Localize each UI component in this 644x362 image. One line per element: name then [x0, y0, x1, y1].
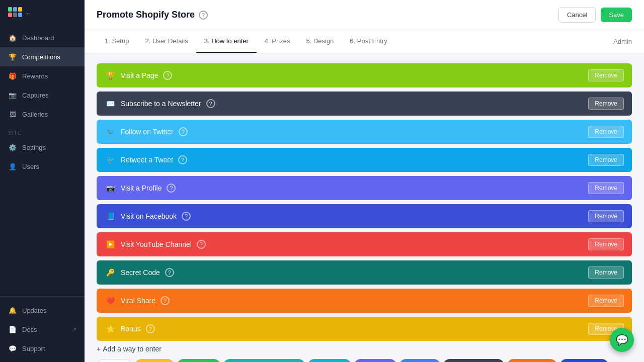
tab-prizes[interactable]: 4. Prizes	[257, 30, 298, 53]
sidebar-item-docs[interactable]: 📄 Docs ↗	[0, 320, 85, 339]
dashboard-icon: 🏠	[8, 33, 17, 42]
entry-help-icon[interactable]: ?	[179, 127, 188, 136]
entry-row-visit-facebook[interactable]: 📘 Visit on Facebook ? Remove	[97, 204, 632, 228]
tag-crypto-wallet[interactable]: 💎Crypto Wallet Address	[223, 359, 305, 362]
tab-post-entry[interactable]: 6. Post Entry	[342, 30, 395, 53]
remove-button[interactable]: Remove	[588, 295, 624, 307]
remove-button[interactable]: Remove	[588, 210, 624, 222]
entry-row-follow-twitter[interactable]: 🐦 Follow on Twitter ? Remove	[97, 120, 632, 144]
entry-help-icon[interactable]: ?	[182, 212, 191, 221]
sidebar-item-label: Galleries	[22, 111, 48, 118]
entry-row-label: 🔑 Secret Code ?	[105, 267, 174, 278]
entry-row-retweet[interactable]: 🐦 Retweet a Tweet ? Remove	[97, 148, 632, 172]
tag-eventbrite[interactable]: 🎟️Eventbrite	[507, 359, 556, 362]
entry-row-icon: ✉️	[105, 98, 116, 109]
external-link-icon: ↗	[72, 326, 76, 333]
remove-button[interactable]: Remove	[588, 238, 624, 250]
remove-button[interactable]: Remove	[588, 154, 624, 166]
sidebar-item-rewards[interactable]: 🎁 Rewards	[0, 66, 85, 85]
entry-help-icon[interactable]: ?	[206, 99, 215, 108]
entry-row-icon: 🐦	[105, 154, 116, 165]
entry-row-label: 🐦 Follow on Twitter ?	[105, 126, 188, 137]
chat-icon: 💬	[616, 334, 628, 346]
sidebar-item-captures[interactable]: 📷 Captures	[0, 85, 85, 105]
admin-label: Admin	[613, 31, 632, 52]
tag-discord[interactable]: 🎮Discord	[354, 359, 397, 362]
tag-bonus[interactable]: ⭐Bonus	[135, 359, 174, 362]
entry-help-icon[interactable]: ?	[146, 324, 155, 333]
add-label-text: Add a way to enter	[103, 345, 162, 353]
entry-row-icon: 📷	[105, 183, 116, 194]
entry-row-label: ⭐ Bonus ?	[105, 323, 155, 334]
entry-help-icon[interactable]: ?	[163, 71, 172, 80]
tab-user-details[interactable]: 2. User Details	[137, 30, 196, 53]
remove-button[interactable]: Remove	[588, 266, 624, 279]
entry-row-icon: 🐦	[105, 126, 116, 137]
entry-help-icon[interactable]: ?	[178, 155, 187, 164]
entry-row-label: 🐦 Retweet a Tweet ?	[105, 154, 187, 165]
sidebar-bottom: 🔔 Updates 📄 Docs ↗ 💬 Support	[0, 296, 85, 362]
entry-row-title: Secret Code	[121, 268, 160, 277]
entry-row-viral-share[interactable]: ❤️ Viral Share ? Remove	[97, 289, 632, 313]
entry-row-subscribe-newsletter[interactable]: ✉️ Subscribe to a Newsletter ? Remove	[97, 92, 632, 116]
entry-row-icon: ▶️	[105, 239, 116, 250]
updates-icon: 🔔	[8, 306, 17, 315]
entry-help-icon[interactable]: ?	[197, 240, 206, 249]
competitions-icon: 🏆	[8, 52, 17, 61]
galleries-icon: 🖼	[8, 110, 17, 119]
site-section-label: Site	[0, 124, 85, 138]
sidebar-item-users[interactable]: 👤 Users	[0, 157, 85, 176]
settings-icon: ⚙️	[8, 143, 17, 152]
tags-container: ✏️Blog⭐Bonus🏷️Coupon💎Crypto Wallet Addre…	[97, 359, 632, 362]
tab-setup[interactable]: 1. Setup	[97, 30, 137, 53]
sidebar-item-settings[interactable]: ⚙️ Settings	[0, 138, 85, 157]
tag-coupon[interactable]: 🏷️Coupon	[177, 359, 220, 362]
tabs-list: 1. Setup 2. User Details 3. How to enter…	[97, 30, 395, 53]
add-section: + Add a way to enter ✏️Blog⭐Bonus🏷️Coupo…	[97, 345, 632, 362]
entry-row-label: ❤️ Viral Share ?	[105, 295, 170, 306]
entry-row-title: Retweet a Tweet	[121, 156, 173, 164]
sidebar-item-label: Competitions	[22, 53, 60, 61]
entry-row-label: 🏆 Visit a Page ?	[105, 70, 172, 81]
tag-custom[interactable]: ⚡Custom	[308, 359, 351, 362]
entry-row-secret-code[interactable]: 🔑 Secret Code ? Remove	[97, 260, 632, 285]
sidebar-item-galleries[interactable]: 🖼 Galleries	[0, 105, 85, 124]
remove-button[interactable]: Remove	[588, 182, 624, 194]
tab-how-to-enter[interactable]: 3. How to enter	[196, 30, 257, 53]
tag-facebook[interactable]: 📘Facebook	[560, 359, 609, 362]
remove-button[interactable]: Remove	[588, 126, 624, 138]
tag-blog[interactable]: ✏️Blog	[97, 359, 132, 362]
tag-disqus[interactable]: 💬Disqus	[399, 359, 440, 362]
entry-row-title: Visit YouTube Channel	[121, 240, 192, 248]
entry-row-label: ▶️ Visit YouTube Channel ?	[105, 239, 206, 250]
tag-download-app[interactable]: 📱Download App	[443, 359, 504, 362]
entry-row-title: Follow on Twitter	[121, 128, 174, 136]
entry-row-youtube-channel[interactable]: ▶️ Visit YouTube Channel ? Remove	[97, 232, 632, 256]
sidebar-item-updates[interactable]: 🔔 Updates	[0, 301, 85, 320]
sidebar-item-competitions[interactable]: 🏆 Competitions	[0, 47, 85, 66]
entry-row-bonus[interactable]: ⭐ Bonus ? Remove	[97, 317, 632, 341]
sidebar-item-support[interactable]: 💬 Support	[0, 339, 85, 358]
entry-help-icon[interactable]: ?	[165, 268, 174, 277]
topbar-actions: Cancel Save	[558, 7, 632, 23]
sidebar-item-label: Updates	[22, 307, 46, 314]
sidebar-item-dashboard[interactable]: 🏠 Dashboard	[0, 28, 85, 47]
entry-help-icon[interactable]: ?	[167, 184, 176, 193]
float-chat-button[interactable]: 💬	[610, 328, 634, 352]
sidebar: ... 🏠 Dashboard 🏆 Competitions 🎁 Rewards…	[0, 0, 85, 362]
cancel-button[interactable]: Cancel	[558, 7, 596, 23]
tab-design[interactable]: 5. Design	[298, 30, 342, 53]
sidebar-nav: 🏠 Dashboard 🏆 Competitions 🎁 Rewards 📷 C…	[0, 24, 85, 296]
entry-row-icon: ⭐	[105, 323, 116, 334]
entry-help-icon[interactable]: ?	[160, 296, 170, 305]
entry-row-visit-profile[interactable]: 📷 Visit a Profile ? Remove	[97, 176, 632, 200]
logo-icon	[8, 7, 22, 17]
entry-row-visit-page[interactable]: 🏆 Visit a Page ? Remove	[97, 63, 632, 87]
save-button[interactable]: Save	[601, 8, 632, 22]
remove-button[interactable]: Remove	[588, 69, 624, 81]
page-title-area: Promote Shopify Store ?	[97, 10, 208, 20]
remove-button[interactable]: Remove	[588, 98, 624, 110]
sidebar-item-label: Settings	[22, 144, 46, 151]
entry-row-title: Visit a Profile	[121, 184, 162, 192]
help-icon[interactable]: ?	[199, 11, 208, 20]
